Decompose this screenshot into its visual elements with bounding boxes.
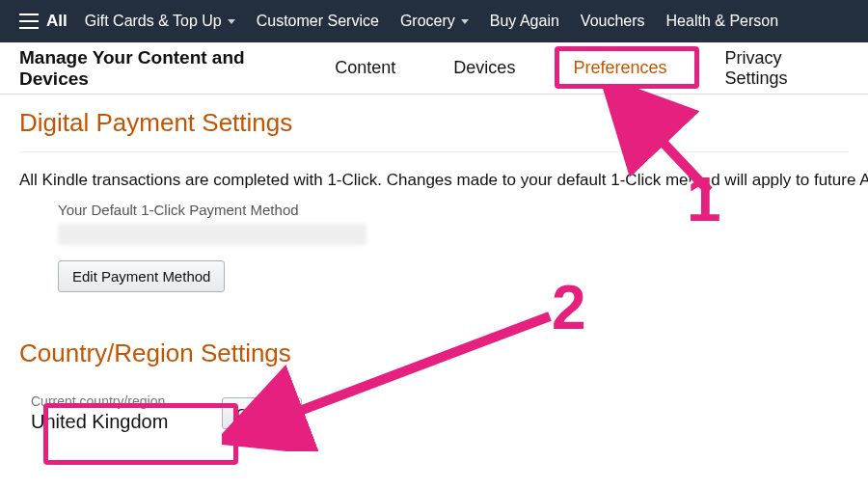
tab-privacy[interactable]: Privacy Settings xyxy=(724,42,820,95)
hamburger-icon[interactable] xyxy=(19,14,39,29)
nav-vouchers[interactable]: Vouchers xyxy=(581,13,645,30)
payment-blurb: All Kindle transactions are completed wi… xyxy=(19,170,849,192)
page-title: Manage Your Content and Devices xyxy=(19,47,248,90)
caret-icon xyxy=(228,19,235,24)
edit-payment-button[interactable]: Edit Payment Method xyxy=(58,260,225,292)
tab-devices[interactable]: Devices xyxy=(453,52,515,84)
default-payment-label: Your Default 1-Click Payment Method xyxy=(58,202,849,218)
tab-content[interactable]: Content xyxy=(335,52,395,84)
nav-buy-again[interactable]: Buy Again xyxy=(490,13,559,30)
preferences-content: Digital Payment Settings All Kindle tran… xyxy=(0,95,868,441)
divider xyxy=(19,151,849,152)
current-country-label: Current country/region xyxy=(31,393,168,409)
nav-grocery[interactable]: Grocery xyxy=(400,13,469,30)
nav-gift-cards[interactable]: Gift Cards & Top Up xyxy=(85,13,235,30)
country-region-heading: Country/Region Settings xyxy=(19,339,849,368)
payment-method-redacted xyxy=(58,224,366,245)
nav-customer-service[interactable]: Customer Service xyxy=(257,13,379,30)
digital-payment-heading: Digital Payment Settings xyxy=(19,108,849,138)
global-nav: All Gift Cards & Top Up Customer Service… xyxy=(0,0,868,42)
tab-preferences[interactable]: Preferences xyxy=(573,52,666,84)
mycd-subnav: Manage Your Content and Devices Content … xyxy=(0,42,868,95)
current-country-value: United Kingdom xyxy=(31,411,168,433)
change-country-button[interactable]: Change xyxy=(222,397,302,429)
nav-all[interactable]: All xyxy=(46,12,68,31)
current-country-box: Current country/region United Kingdom xyxy=(19,386,189,441)
caret-icon xyxy=(461,19,469,24)
nav-health[interactable]: Health & Person xyxy=(666,13,779,30)
